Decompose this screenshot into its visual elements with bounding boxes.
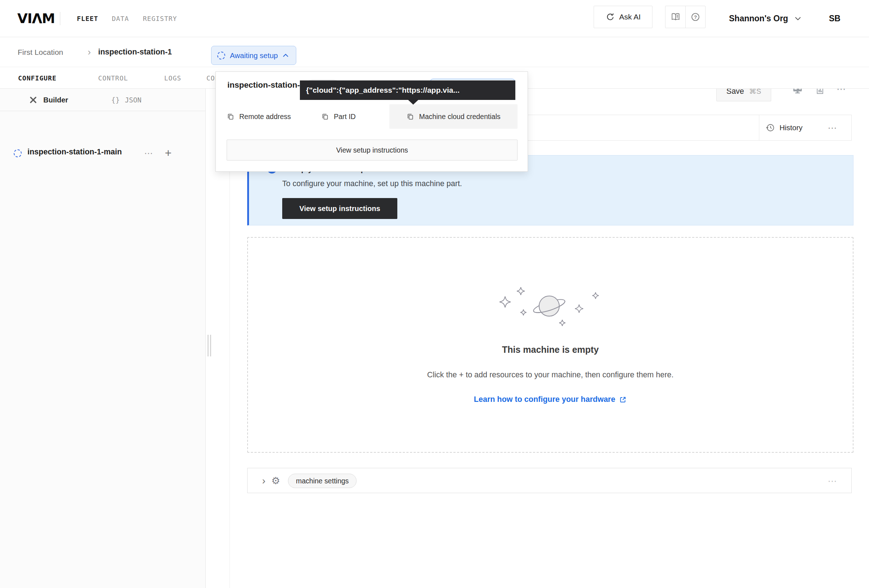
book-icon [670,12,681,22]
copy-label: Part ID [334,113,356,121]
copy-icon [321,113,329,120]
history-label: History [780,123,802,132]
machine-settings-pill[interactable]: machine settings [288,474,357,488]
nav-divider [60,12,60,25]
tab-logs[interactable]: LOGS [164,67,181,89]
part-spinner-icon [14,150,22,157]
gear-icon: ⚙ [271,468,280,493]
help-group: ? [665,6,706,28]
copy-label: Machine cloud credentials [419,113,500,121]
chevron-down-icon [795,16,801,21]
planet-illustration [499,283,604,332]
machine-settings-card: › ⚙ machine settings ⋯ [247,468,852,493]
awaiting-setup-spinner-icon [217,52,225,59]
settings-more-button[interactable]: ⋯ [822,468,843,493]
empty-machine-card: This machine is empty Click the + to add… [247,237,853,453]
expand-chevron-icon[interactable]: › [258,468,270,493]
help-button[interactable]: ? [685,6,705,28]
panel-resize-handle[interactable] [208,335,212,356]
tooltip-text: {"cloud":{"app_address":"https://app.via… [306,80,460,100]
copy-icon [406,113,414,120]
copy-icon [227,113,234,120]
part-name: inspection-station-1-main [27,148,122,157]
copy-part-id-button[interactable]: Part ID [321,104,356,129]
docs-button[interactable] [666,6,685,28]
json-toggle[interactable]: {} JSON [111,89,141,111]
builder-tools-icon [29,96,37,104]
help-icon: ? [690,12,700,22]
ellipsis-icon: ⋯ [828,123,838,133]
hardware-docs-link[interactable]: Learn how to configure your hardware [248,395,853,404]
breadcrumb-separator: › [88,37,91,67]
viam-logo[interactable]: VIΛM [17,11,55,26]
ask-ai-label: Ask AI [619,13,641,21]
toolbar-separator [759,115,759,141]
breadcrumb-row: First Location › inspection-station-1 Aw… [0,37,869,67]
nav-tab-registry[interactable]: REGISTRY [143,0,177,37]
plus-icon: + [165,147,172,160]
json-label: JSON [125,96,141,104]
banner-message: To configure your machine, set up this m… [282,179,462,188]
part-more-button[interactable]: ⋯ [141,147,156,160]
svg-text:?: ? [694,15,697,20]
part-status-popup: inspection-station-1-main {"cloud":{"app… [215,71,528,172]
popup-view-setup-instructions-button[interactable]: View setup instructions [227,139,518,160]
org-switcher[interactable]: Shannon's Org [729,0,801,37]
nav-tab-data[interactable]: DATA [112,0,129,37]
avatar[interactable]: SB [829,0,841,37]
top-nav: VIΛM FLEET DATA REGISTRY Ask AI [0,0,869,37]
tab-control[interactable]: CONTROL [98,67,128,89]
chevron-up-icon [283,53,289,57]
sidebar-part-item[interactable]: inspection-station-1-main ⋯ + [0,143,206,164]
braces-icon: {} [111,96,120,104]
nav-tab-fleet[interactable]: FLEET [77,0,98,37]
viam-app: VIΛM FLEET DATA REGISTRY Ask AI [0,0,869,588]
link-label: Learn how to configure your hardware [474,395,615,404]
view-setup-instructions-button[interactable]: View setup instructions [282,198,397,219]
breadcrumb-machine-name: inspection-station-1 [98,37,172,67]
status-label: Awaiting setup [230,51,278,60]
ask-ai-icon [605,12,615,22]
builder-toggle[interactable]: Builder [29,89,68,111]
ask-ai-button[interactable]: Ask AI [594,6,652,28]
toolbar-more-button[interactable]: ⋯ [820,115,845,141]
copy-label: Remote address [239,113,291,121]
copy-remote-address-button[interactable]: Remote address [227,104,291,129]
history-clock-icon [765,123,775,133]
empty-state-message: Click the + to add resources to your mac… [248,370,853,379]
history-button[interactable]: History [765,115,802,141]
ellipsis-icon: ⋯ [828,476,838,486]
tab-configure[interactable]: CONFIGURE [18,67,57,89]
tooltip-caret [408,100,418,105]
machine-status-badge[interactable]: Awaiting setup [211,46,296,65]
ellipsis-icon: ⋯ [144,148,153,158]
external-link-icon [619,396,627,404]
breadcrumb-location[interactable]: First Location [18,37,63,67]
add-resource-button[interactable]: + [161,146,175,160]
credentials-tooltip: {"cloud":{"app_address":"https://app.via… [300,80,515,100]
copy-machine-cloud-credentials-button[interactable]: Machine cloud credentials [389,104,518,129]
empty-state-title: This machine is empty [248,345,853,355]
org-name: Shannon's Org [729,14,788,24]
builder-label: Builder [43,96,68,104]
